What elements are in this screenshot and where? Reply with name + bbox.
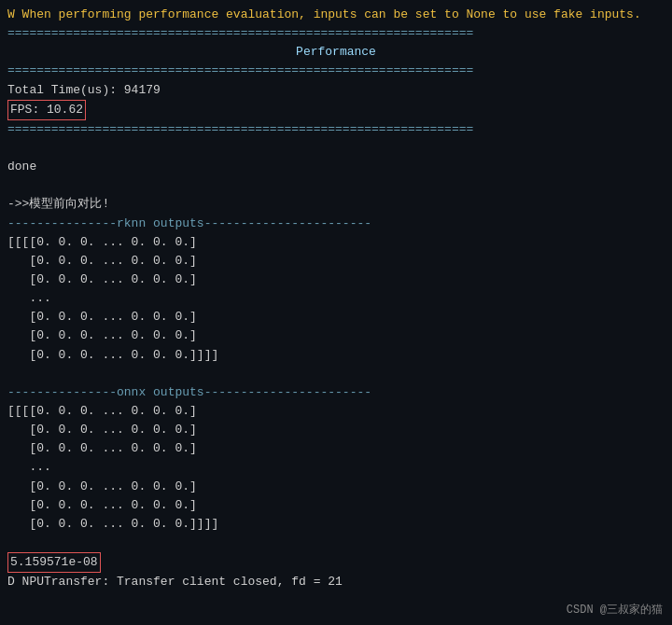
blank-3 bbox=[7, 365, 665, 383]
total-time-line: Total Time(us): 94179 bbox=[7, 81, 665, 100]
onnx-array-1: [0. 0. 0. ... 0. 0. 0.] bbox=[7, 421, 665, 439]
rknn-array-3: ... bbox=[7, 289, 665, 308]
arrow-label: ->>模型前向对比! bbox=[7, 195, 665, 214]
blank-4 bbox=[7, 534, 665, 552]
rknn-array-1: [0. 0. 0. ... 0. 0. 0.] bbox=[7, 252, 665, 271]
fps-value: FPS: 10.62 bbox=[7, 100, 86, 120]
result-line: 5.159571e-08 bbox=[7, 552, 665, 573]
npu-transfer-line: D NPUTransfer: Transfer client closed, f… bbox=[7, 573, 665, 591]
rknn-array-6: [0. 0. 0. ... 0. 0. 0.]]]] bbox=[7, 346, 665, 365]
onnx-array-2: [0. 0. 0. ... 0. 0. 0.] bbox=[7, 439, 665, 458]
rknn-separator: ---------------rknn outputs-------------… bbox=[7, 215, 665, 233]
onnx-separator: ---------------onnx outputs-------------… bbox=[7, 383, 665, 402]
done-line: done bbox=[7, 158, 665, 176]
watermark: CSDN @三叔家的猫 bbox=[567, 602, 663, 618]
fps-line: FPS: 10.62 bbox=[7, 100, 665, 120]
blank-2 bbox=[7, 176, 665, 195]
rknn-array-5: [0. 0. 0. ... 0. 0. 0.] bbox=[7, 326, 665, 345]
onnx-array-0: [[[[0. 0. 0. ... 0. 0. 0.] bbox=[7, 402, 665, 421]
warning-line: W When performing performance evaluation… bbox=[7, 6, 665, 24]
onnx-array-5: [0. 0. 0. ... 0. 0. 0.] bbox=[7, 496, 665, 515]
separator-3: ========================================… bbox=[7, 120, 665, 139]
result-value: 5.159571e-08 bbox=[7, 552, 101, 573]
onnx-array-4: [0. 0. 0. ... 0. 0. 0.] bbox=[7, 478, 665, 496]
blank-1 bbox=[7, 139, 665, 158]
rknn-array-2: [0. 0. 0. ... 0. 0. 0.] bbox=[7, 271, 665, 289]
onnx-array-6: [0. 0. 0. ... 0. 0. 0.]]]] bbox=[7, 515, 665, 534]
rknn-array-0: [[[[0. 0. 0. ... 0. 0. 0.] bbox=[7, 233, 665, 252]
terminal-window: W When performing performance evaluation… bbox=[0, 0, 672, 625]
rknn-array-4: [0. 0. 0. ... 0. 0. 0.] bbox=[7, 308, 665, 326]
title-line: Performance bbox=[7, 43, 665, 62]
onnx-array-3: ... bbox=[7, 458, 665, 477]
separator-1: ========================================… bbox=[7, 24, 665, 43]
separator-2: ========================================… bbox=[7, 62, 665, 80]
